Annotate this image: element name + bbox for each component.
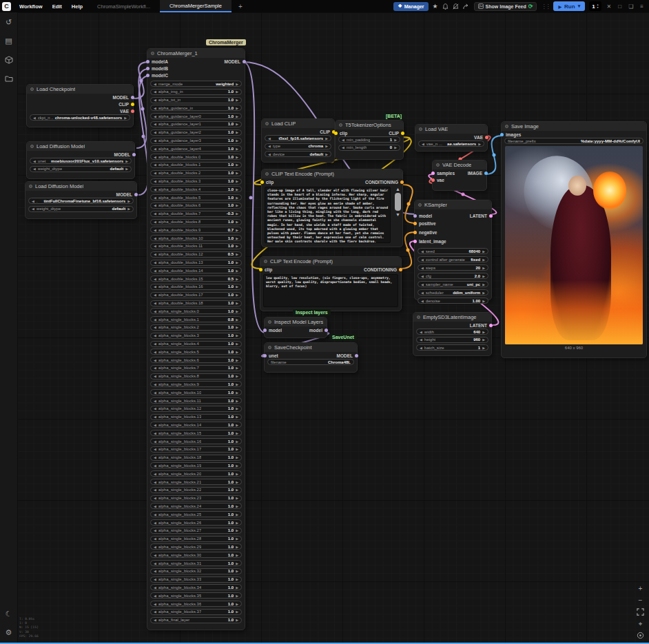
node-savecheckpoint[interactable]: SaveCheckpoint unet MODEL filename Chrom… [264,342,358,373]
increment-icon[interactable]: ▶ [236,528,238,532]
alpha-widget-row[interactable]: ◀ alpha_single_blocks.27 1.0 ▶ [150,528,242,534]
model-output-slot[interactable] [243,60,246,63]
spinner-down-icon[interactable]: ▾ [597,6,599,9]
batch-spinner[interactable]: ▴ ▾ [597,3,599,9]
increment-icon[interactable]: ▶ [394,138,397,142]
widget-row[interactable]: ◀ steps 20 ▶ [418,264,488,271]
alpha-widget-row[interactable]: ◀ alpha_guidance_layer3 1.0 ▶ [150,138,242,144]
increment-icon[interactable]: ▶ [236,602,238,606]
increment-icon[interactable]: ▶ [236,585,238,590]
increment-icon[interactable]: ▶ [236,366,238,370]
increment-icon[interactable]: ▶ [124,116,127,120]
alpha-widget-row[interactable]: ◀ alpha_single_blocks.18 1.0 ▶ [150,455,242,461]
increment-icon[interactable]: ▶ [236,284,238,289]
zoom-out-button[interactable]: − [636,596,645,605]
decrement-icon[interactable]: ◀ [154,350,156,354]
increment-icon[interactable]: ▶ [236,496,238,500]
increment-icon[interactable]: ▶ [236,196,238,200]
node-header[interactable]: KSampler [415,200,491,209]
node-header[interactable]: Load VAE [415,125,487,134]
positive-prompt-textarea[interactable]: close-up image of A tall, slender elf wi… [265,187,391,243]
decrement-icon[interactable]: ◀ [421,282,424,287]
decrement-icon[interactable]: ◀ [154,90,156,94]
clip-output-slot[interactable] [401,132,404,135]
alpha-widget-row[interactable]: ◀ alpha_double_blocks.3 1.0 ▶ [150,178,242,185]
increment-icon[interactable]: ▶ [482,299,485,303]
share-arrow-icon[interactable] [463,3,470,10]
widget-row[interactable]: ◀ width 640 ▶ [416,329,488,335]
positive-input-slot[interactable] [413,222,417,225]
decrement-icon[interactable]: ◀ [154,528,156,532]
collapse-dot[interactable] [264,260,267,263]
decrement-icon[interactable]: ◀ [154,366,156,370]
widget-row[interactable]: ◀ min_padding 1 ▶ [338,136,400,143]
increment-icon[interactable]: ▶ [236,488,238,492]
decrement-icon[interactable]: ◀ [154,391,156,395]
image-output-slot[interactable] [484,172,488,175]
decrement-icon[interactable]: ◀ [154,318,156,322]
decrement-icon[interactable]: ◀ [154,325,156,329]
run-chevron-down-icon[interactable]: ▾ [578,3,581,9]
node-inspect-model-layers[interactable]: Inspect Model Layers model model [264,317,327,338]
increment-icon[interactable]: ▶ [236,569,238,573]
bell-slash-icon[interactable] [453,3,459,10]
alpha-widget-row[interactable]: ◀ alpha_double_blocks.18 1.0 ▶ [150,300,242,307]
collapse-dot[interactable] [30,145,34,148]
node-ksampler[interactable]: KSampler model LATENT positive negative … [414,200,492,300]
unet-input-slot[interactable] [263,354,267,357]
node-header[interactable]: SaveCheckpoint [265,343,357,352]
decrement-icon[interactable]: ◀ [420,346,422,350]
collapse-dot[interactable] [505,125,508,128]
collapse-dot[interactable] [29,185,32,188]
node-header[interactable]: T5TokenizerOptions [336,121,403,129]
node-emptysd3latentimage[interactable]: EmptySD3LatentImage LATENT ◀ width 640 ▶… [413,312,492,356]
decrement-icon[interactable]: ◀ [154,130,156,134]
conditioning-output-slot[interactable] [399,268,402,271]
node-library-icon[interactable] [3,54,14,65]
increment-icon[interactable]: ▶ [236,374,238,378]
alpha-widget-row[interactable]: ◀ alpha_single_blocks.34 1.0 ▶ [150,584,242,590]
alpha-widget-row[interactable]: ◀ alpha_single_blocks.32 1.0 ▶ [150,568,242,574]
collapse-dot[interactable] [268,346,271,349]
alpha-widget-row[interactable]: ◀ alpha_single_blocks.23 1.0 ▶ [150,495,242,501]
conditioning-output-slot[interactable] [400,180,404,184]
node-header[interactable]: Load Diffusion Model [25,182,136,191]
decrement-icon[interactable]: ◀ [154,106,156,110]
decrement-icon[interactable]: ◀ [421,258,424,262]
decrement-icon[interactable]: ◀ [268,144,271,148]
increment-icon[interactable]: ▶ [236,561,238,565]
increment-icon[interactable]: ▶ [394,145,397,149]
alpha-widget-row[interactable]: ◀ alpha_single_blocks.2 1.0 ▶ [150,324,242,331]
increment-icon[interactable]: ▶ [236,439,238,444]
collapse-dot[interactable] [417,315,420,319]
increment-icon[interactable]: ▶ [125,159,128,163]
widget-row[interactable]: ◀ denoise 1.00 ▶ [418,298,488,304]
increment-icon[interactable]: ▶ [236,472,238,476]
increment-icon[interactable]: ▶ [236,358,238,362]
increment-icon[interactable]: ▶ [125,167,128,171]
increment-icon[interactable]: ▶ [482,346,485,350]
widget-row[interactable]: ◀ height 960 ▶ [416,337,488,343]
increment-icon[interactable]: ▶ [236,545,238,549]
decrement-icon[interactable]: ◀ [154,447,156,451]
alpha-widget-row[interactable]: ◀ alpha_single_blocks.7 1.0 ▶ [150,365,242,371]
alpha-widget-row[interactable]: ◀ alpha_single_blocks.11 1.0 ▶ [150,397,242,404]
decrement-icon[interactable]: ◀ [33,116,36,120]
increment-icon[interactable]: ▶ [236,293,238,297]
increment-icon[interactable]: ▶ [236,464,238,468]
alpha-widget-row[interactable]: ◀ alpha_single_blocks.25 1.0 ▶ [150,511,242,517]
model-input-slot[interactable] [413,214,417,218]
alpha-widget-row[interactable]: ◀ alpha_double_blocks.15 0.5 ▶ [150,276,242,282]
increment-icon[interactable]: ▶ [236,610,238,614]
modelB-input-slot[interactable] [146,67,150,70]
node-header[interactable]: EmptySD3LatentImage [413,313,491,322]
toggle-links-button[interactable] [636,631,645,640]
increment-icon[interactable]: ▶ [482,330,485,334]
increment-icon[interactable]: ▶ [236,269,238,273]
increment-icon[interactable]: ▶ [236,147,238,151]
interrupt-icon[interactable]: ✕ [606,3,613,10]
decrement-icon[interactable]: ◀ [154,537,156,541]
increment-icon[interactable]: ▶ [236,391,238,395]
increment-icon[interactable]: ▶ [482,258,485,262]
node-header[interactable]: Load Checkpoint [27,85,133,94]
